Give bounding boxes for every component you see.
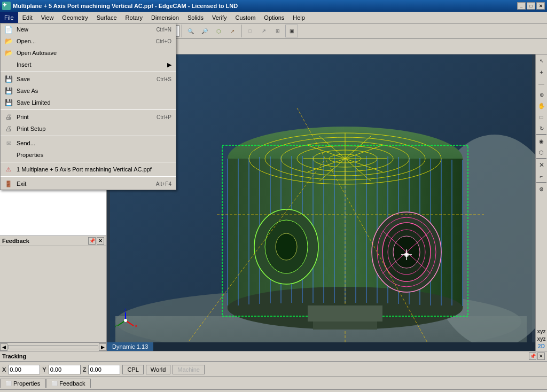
sep4 [241, 25, 241, 37]
menu-send[interactable]: ✉ Send... [1, 137, 176, 149]
menu-insert[interactable]: Insert ▶ [1, 59, 176, 70]
window-controls[interactable]: _ □ ✕ [517, 2, 545, 10]
z-label: Z [83, 366, 87, 373]
tb-view3[interactable]: ⊞ [271, 25, 284, 37]
menu-solids[interactable]: Solids [183, 12, 208, 23]
separator-4 [1, 162, 176, 162]
menu-options[interactable]: Options [260, 12, 288, 23]
tb-zoom[interactable]: 🔎 [198, 25, 211, 37]
bottom-tab-bar: ⬜ Properties ⬜ Feedback [0, 377, 547, 389]
menu-save[interactable]: 💾 Save Ctrl+S [1, 73, 176, 85]
tb-rotate[interactable]: ↗ [226, 25, 239, 37]
tab-properties[interactable]: ⬜ Properties [0, 379, 46, 388]
menu-print[interactable]: 🖨 Print Ctrl+P [1, 111, 176, 123]
rt-zoom-out[interactable]: — [536, 78, 547, 89]
feedback-panel: Feedback 📌 ✕ [0, 236, 106, 342]
sep3 [182, 25, 182, 37]
separator-1 [1, 72, 176, 72]
insert-icon [3, 60, 14, 69]
menu-properties[interactable]: Properties [1, 149, 176, 161]
menu-recent-file[interactable]: ⚠ 1 Multiplane + 5 Axis Port machining V… [1, 163, 176, 175]
scroll-right[interactable]: ▶ [99, 343, 106, 351]
new-icon: 📄 [3, 25, 14, 34]
rt-wire[interactable]: ⬡ [536, 147, 547, 158]
menu-help[interactable]: Help [288, 12, 309, 23]
tb-view1[interactable]: □ [244, 25, 256, 37]
menu-save-limited[interactable]: 💾 Save Limited [1, 97, 176, 108]
menu-rotary[interactable]: Rotary [121, 12, 147, 23]
machine-button[interactable]: Machine [173, 365, 205, 374]
menu-custom[interactable]: Custom [231, 12, 260, 23]
close-button[interactable]: ✕ [536, 2, 545, 10]
menu-bar: File Edit View Geometry Surface Rotary D… [0, 12, 547, 23]
y-label: Y [42, 366, 46, 373]
status-bar: FREE ENTITY GRID INS RAD XY MM [0, 389, 547, 392]
viewport-tab[interactable]: Dynamic 1.13 [107, 342, 153, 351]
save-limited-icon: 💾 [3, 98, 14, 107]
scroll-track[interactable] [8, 345, 98, 349]
maximize-button[interactable]: □ [527, 2, 535, 10]
z-input[interactable] [88, 365, 120, 374]
rt-shade[interactable]: ◉ [536, 136, 547, 146]
exit-icon: 🚪 [3, 179, 14, 189]
feedback-controls: 📌 ✕ [88, 237, 104, 245]
tracking-bar: X Y Z CPL World Machine [0, 362, 547, 377]
svg-text:Y: Y [114, 324, 118, 328]
rt-cross[interactable]: ✕ [536, 160, 547, 170]
tb-view2[interactable]: ↗ [257, 25, 270, 37]
right-toolbar: ↖ + — ⊕ ✋ □ ↻ ◉ ⬡ ✕ ⌐ ⚙ xyz xyz 2D [535, 54, 547, 351]
rt-cursor[interactable]: ↖ [536, 56, 547, 66]
tb-model[interactable]: ⬡ [212, 25, 225, 37]
scroll-left[interactable]: ◀ [0, 343, 7, 351]
title-text: Multiplane + 5 Axis Port machining Verti… [13, 3, 517, 9]
rt-pan[interactable]: ✋ [536, 100, 547, 111]
h-scrollbar: ◀ ▶ [0, 342, 106, 351]
separator-5 [1, 176, 176, 177]
menu-file[interactable]: File [0, 12, 18, 23]
menu-print-setup[interactable]: 🖨 Print Setup [1, 123, 176, 135]
tracking-pin[interactable]: 📌 [529, 352, 536, 360]
rt-separator3 [536, 182, 546, 183]
rt-zoom-fit[interactable]: ⊕ [536, 89, 547, 100]
tracking-close[interactable]: ✕ [537, 352, 545, 360]
rt-box-zoom[interactable]: □ [536, 112, 547, 122]
tab-feedback[interactable]: ⬜ Feedback [46, 379, 91, 388]
x-input[interactable] [8, 365, 40, 374]
menu-save-as[interactable]: 💾 Save As [1, 85, 176, 97]
xyz-label-1[interactable]: xyz [536, 328, 546, 335]
menu-geometry[interactable]: Geometry [58, 12, 92, 23]
save-icon: 💾 [3, 74, 14, 84]
world-button[interactable]: World [146, 365, 171, 374]
tb-view4[interactable]: ▣ [285, 25, 298, 37]
rt-rotate[interactable]: ↻ [536, 123, 547, 134]
cpl-button[interactable]: CPL [122, 365, 143, 374]
menu-exit[interactable]: 🚪 Exit Alt+F4 [1, 178, 176, 190]
menu-surface[interactable]: Surface [92, 12, 121, 23]
menu-view[interactable]: View [37, 12, 58, 23]
menu-new[interactable]: 📄 New Ctrl+N [1, 23, 176, 35]
tracking-title: Tracking [2, 353, 26, 359]
menu-open[interactable]: 📂 Open... Ctrl+O [1, 35, 176, 47]
y-input[interactable] [49, 365, 81, 374]
rt-corner[interactable]: ⌐ [536, 171, 547, 182]
menu-dimension[interactable]: Dimension [147, 12, 183, 23]
feedback-pin[interactable]: 📌 [88, 237, 96, 245]
rt-settings[interactable]: ⚙ [536, 184, 547, 194]
menu-open-autosave[interactable]: 📂 Open Autosave [1, 47, 176, 59]
separator-3 [1, 136, 176, 136]
print-setup-icon: 🖨 [3, 124, 14, 134]
feedback-close[interactable]: ✕ [97, 237, 104, 245]
menu-edit[interactable]: Edit [18, 12, 37, 23]
rt-zoom-in[interactable]: + [536, 67, 547, 77]
viewport-bottom-bar: Dynamic 1.13 [107, 342, 535, 351]
rt-separator [536, 134, 546, 135]
title-bar: ✦ Multiplane + 5 Axis Port machining Ver… [0, 0, 547, 12]
svg-point-65 [124, 319, 127, 322]
xyz-label-3[interactable]: 2D [537, 343, 546, 350]
xyz-label-2[interactable]: xyz [536, 335, 546, 342]
menu-verify[interactable]: Verify [208, 12, 231, 23]
save-as-icon: 💾 [3, 86, 14, 96]
minimize-button[interactable]: _ [517, 2, 526, 10]
tb-search[interactable]: 🔍 [184, 25, 197, 37]
tracking-header: Tracking 📌 ✕ [0, 351, 547, 362]
